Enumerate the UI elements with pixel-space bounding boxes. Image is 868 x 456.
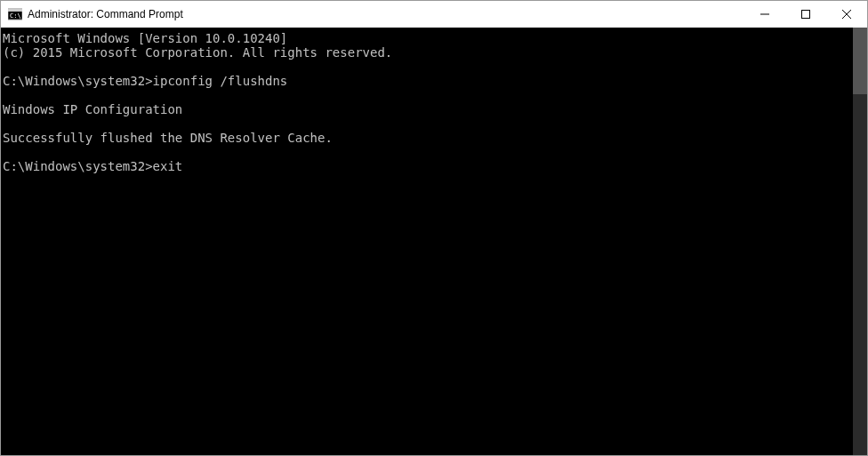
minimize-button[interactable] bbox=[744, 1, 785, 28]
window-controls bbox=[744, 1, 867, 28]
svg-rect-1 bbox=[8, 9, 22, 12]
svg-text:C:\: C:\ bbox=[10, 12, 21, 20]
scrollbar-track[interactable] bbox=[853, 28, 867, 455]
maximize-button[interactable] bbox=[785, 1, 826, 28]
scrollbar-thumb[interactable] bbox=[853, 28, 867, 94]
window-title: Administrator: Command Prompt bbox=[28, 8, 183, 20]
close-button[interactable] bbox=[826, 1, 867, 28]
svg-rect-4 bbox=[802, 11, 810, 19]
app-icon: C:\ bbox=[8, 7, 22, 21]
terminal-area[interactable]: Microsoft Windows [Version 10.0.10240] (… bbox=[1, 28, 867, 455]
window-titlebar: C:\ Administrator: Command Prompt bbox=[1, 1, 867, 28]
terminal-output: Microsoft Windows [Version 10.0.10240] (… bbox=[1, 28, 867, 173]
